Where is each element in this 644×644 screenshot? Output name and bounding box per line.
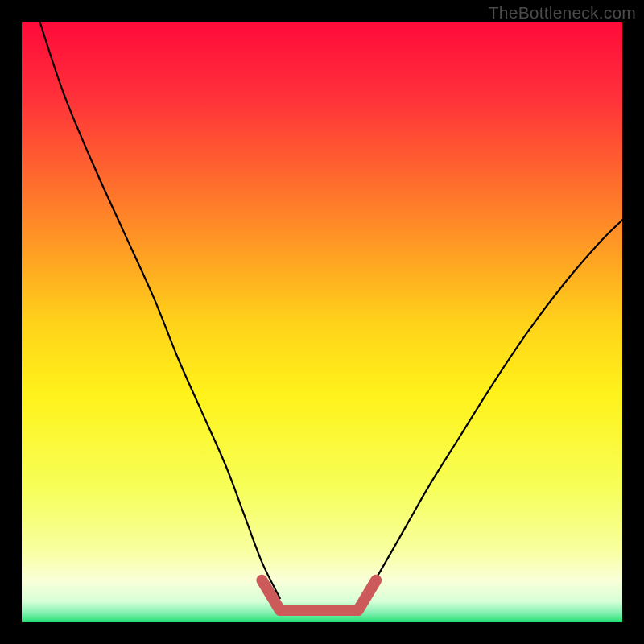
chart-frame: TheBottleneck.com (0, 0, 644, 644)
watermark-text: TheBottleneck.com (489, 3, 636, 23)
chart-svg (22, 22, 622, 622)
gradient-background (22, 22, 622, 622)
chart-plot-area (22, 22, 622, 622)
